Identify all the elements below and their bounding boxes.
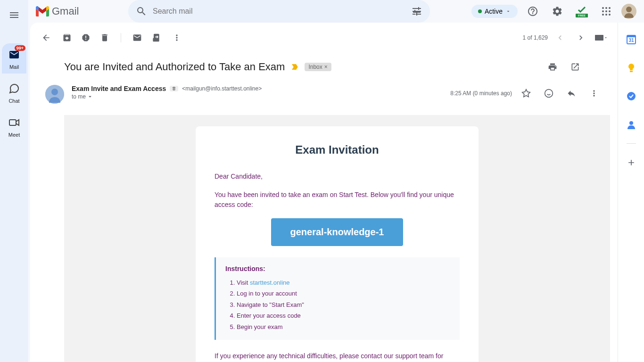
svg-point-8 [609, 10, 611, 12]
prev-button[interactable] [552, 29, 569, 46]
gmail-logo-icon [36, 6, 49, 16]
more-vert-icon [172, 33, 182, 42]
hamburger-icon [8, 9, 20, 21]
folder-move-icon [151, 33, 161, 42]
search-bar[interactable] [128, 0, 430, 23]
status-chip[interactable]: Active [471, 5, 518, 18]
add-app-button[interactable] [622, 153, 641, 172]
chevron-left-icon [555, 33, 565, 42]
step-5: Begin your exam [237, 321, 450, 332]
archive-button[interactable] [58, 29, 75, 46]
input-tools-button[interactable] [593, 29, 610, 46]
contacts-app[interactable] [622, 115, 641, 134]
free-badge-button[interactable]: FREE [572, 2, 591, 21]
to-dropdown[interactable]: to me [72, 93, 443, 100]
instructions-box: Instructions: Visit starttest.online Log… [215, 257, 460, 340]
chip-remove-icon[interactable]: × [324, 64, 328, 70]
status-label: Active [485, 8, 503, 15]
sender-avatar[interactable] [45, 85, 64, 104]
gmail-logo-text: Gmail [52, 5, 79, 17]
main-column: Gmail Active FREE [28, 0, 644, 362]
svg-point-16 [51, 89, 58, 95]
svg-point-7 [605, 10, 607, 12]
step-1: Visit starttest.online [237, 277, 450, 288]
inbox-chip[interactable]: Inbox × [305, 63, 331, 71]
timestamp: 8:25 AM (0 minutes ago) [450, 90, 512, 97]
checkmark-badge-icon: FREE [576, 5, 588, 17]
settings-button[interactable] [548, 2, 567, 21]
star-icon [521, 89, 531, 98]
more-button[interactable] [168, 29, 185, 46]
chevron-right-icon [576, 33, 586, 42]
svg-point-5 [609, 7, 611, 9]
main-menu-button[interactable] [5, 6, 24, 25]
svg-rect-14 [595, 35, 603, 41]
move-to-button[interactable] [148, 29, 165, 46]
avatar-icon [621, 4, 636, 19]
spam-button[interactable] [77, 29, 94, 46]
via-badge[interactable] [170, 86, 178, 91]
starttest-link[interactable]: starttest.online [250, 279, 290, 286]
tasks-icon [627, 91, 636, 101]
svg-point-11 [609, 14, 611, 16]
side-panel: 31 [618, 23, 644, 362]
open-new-button[interactable] [567, 58, 584, 75]
svg-point-17 [545, 90, 553, 98]
calendar-icon: 31 [627, 35, 636, 44]
plus-icon [627, 158, 636, 167]
email-header: You are Invited and Authorized to Take a… [30, 49, 618, 107]
mark-unread-button[interactable] [129, 29, 146, 46]
keyboard-icon [595, 35, 603, 41]
emoji-button[interactable] [540, 85, 557, 102]
next-button[interactable] [572, 29, 589, 46]
important-marker-icon[interactable] [290, 63, 299, 71]
help-icon [527, 6, 538, 17]
star-button[interactable] [518, 85, 535, 102]
svg-point-13 [626, 7, 632, 12]
svg-text:31: 31 [628, 38, 634, 43]
mail-unread-icon [132, 33, 142, 42]
support-text: If you experience any technical difficul… [215, 351, 460, 362]
report-spam-icon [81, 33, 91, 42]
reply-button[interactable] [563, 85, 580, 102]
sender-name: Exam Invite and Exam Access [72, 85, 166, 92]
sender-email: <mailgun@info.starttest.online> [182, 85, 262, 92]
back-button[interactable] [38, 29, 55, 46]
gear-icon [552, 6, 563, 17]
search-icon [136, 6, 147, 17]
content: 1 of 1,629 You are Invited and Authorize… [30, 23, 644, 362]
greeting: Dear Candidate, [215, 172, 460, 181]
support-button[interactable] [523, 2, 542, 21]
trash-icon [100, 33, 109, 42]
nav-mail[interactable]: 99+ Mail [2, 43, 26, 74]
search-options-icon[interactable] [411, 6, 422, 17]
svg-text:FREE: FREE [578, 14, 586, 17]
logo-area[interactable]: Gmail [36, 5, 121, 17]
keep-icon [627, 63, 636, 73]
search-input[interactable] [153, 7, 405, 16]
nav-chat-label: Chat [8, 98, 19, 104]
reply-icon [567, 89, 576, 98]
toolbar: 1 of 1,629 [30, 26, 618, 49]
svg-point-23 [629, 121, 633, 125]
apps-button[interactable] [597, 2, 616, 21]
tasks-app[interactable] [622, 87, 641, 106]
email-subject: You are Invited and Authorized to Take a… [64, 61, 285, 73]
nav-chat[interactable]: Chat [2, 77, 26, 107]
account-avatar[interactable] [621, 4, 636, 19]
calendar-app[interactable]: 31 [622, 30, 641, 49]
emoji-icon [544, 89, 553, 98]
apps-grid-icon [601, 6, 612, 17]
open-in-new-icon [570, 62, 580, 72]
print-button[interactable] [544, 58, 561, 75]
more-sender-button[interactable] [586, 85, 603, 102]
delete-button[interactable] [96, 29, 113, 46]
chevron-down-icon [505, 8, 511, 14]
chat-icon [8, 83, 20, 94]
more-vert-icon [589, 89, 599, 98]
nav-meet[interactable]: Meet [2, 111, 26, 141]
svg-rect-0 [9, 120, 16, 125]
svg-point-22 [627, 92, 636, 100]
keep-app[interactable] [622, 58, 641, 77]
instructions-title: Instructions: [225, 265, 450, 272]
